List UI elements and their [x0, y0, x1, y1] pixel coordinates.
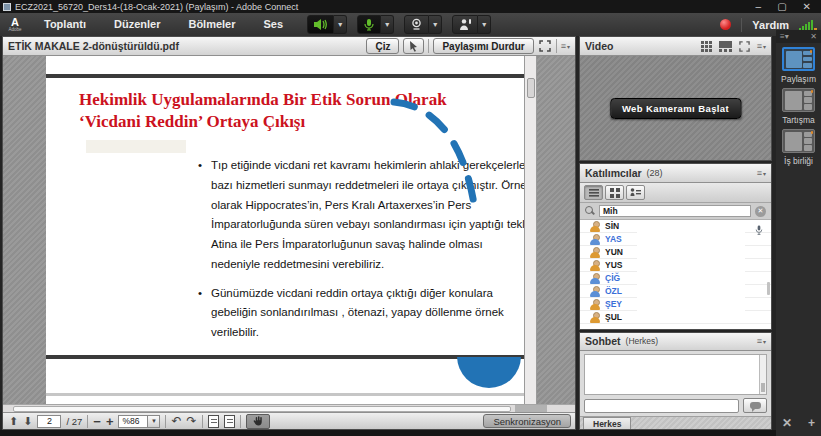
document-viewport[interactable]: Hekimlik Uygulamalarında Bir Etik Sorun … [3, 56, 575, 404]
fit-width-button[interactable] [224, 415, 235, 428]
pan-tool-button[interactable] [246, 414, 270, 429]
participant-name: YUS [605, 260, 622, 270]
raise-hand-icon [458, 18, 472, 31]
chat-scope: (Herkes) [626, 336, 659, 346]
layout-paylasim-thumbnail[interactable] [782, 47, 815, 71]
pane-gap [576, 36, 579, 430]
participant-filter-input[interactable]: Mih [599, 205, 751, 217]
microphone-icon [363, 18, 375, 31]
undo-button[interactable]: ↶ [171, 415, 181, 427]
sync-button[interactable]: Senkronizasyon [483, 414, 571, 428]
list-view-button[interactable] [584, 185, 603, 200]
pointer-button[interactable] [403, 38, 424, 54]
start-webcam-button[interactable]: Web Kameramı Başlat [610, 98, 741, 119]
vertical-scrollbar-thumb[interactable] [527, 78, 535, 98]
next-page-button[interactable]: ⬇ [23, 415, 32, 428]
recording-indicator [720, 19, 731, 30]
close-layout-icon[interactable]: ✕ [782, 416, 792, 430]
slide-decor-dashed-arc [386, 92, 486, 212]
status-view-button[interactable] [626, 185, 645, 200]
chat-tab-everyone[interactable]: Herkes [583, 417, 631, 429]
shared-filename: ETİK MAKALE 2-dönüştürüldü.pdf [8, 40, 179, 52]
chat-input[interactable] [584, 399, 739, 413]
horizontal-scrollbar[interactable] [3, 404, 575, 412]
author-placeholder [86, 140, 186, 153]
divider [202, 415, 203, 428]
chat-scrollbar[interactable] [759, 355, 766, 394]
layouts-minibar: ≡▾ ✕ [776, 30, 821, 43]
grid-view-icon[interactable] [700, 39, 714, 53]
clear-filter-icon[interactable]: ✕ [755, 206, 766, 217]
divider [240, 415, 241, 428]
participant-name: SİN [605, 221, 619, 231]
adobe-logo: AAdobe [0, 13, 30, 36]
microphone-button[interactable] [357, 15, 381, 34]
participants-title: Katılımcılar [585, 167, 642, 179]
page-number-input[interactable]: 2 [37, 415, 61, 428]
participant-list[interactable]: SİN YAS YUN YUS ÇİĞ [580, 220, 771, 329]
participant-name: ŞEY [605, 299, 622, 309]
participants-pod: Katılımcılar (28) ≡▾ Mih ✕ SİN [579, 163, 772, 330]
maximize-button[interactable]: ▢ [777, 0, 786, 13]
connection-signal-icon[interactable] [799, 19, 813, 31]
page-break-line [46, 393, 524, 396]
fullscreen-icon[interactable] [538, 39, 552, 53]
zoom-select[interactable]: %86 ▼ [118, 415, 160, 428]
fit-page-button[interactable] [208, 415, 219, 428]
participant-scrollbar-thumb[interactable] [767, 282, 770, 295]
filmstrip-view-icon[interactable] [719, 39, 733, 53]
vertical-scrollbar[interactable] [524, 56, 537, 404]
chat-message-area[interactable] [584, 354, 767, 395]
menu-duzenler[interactable]: Düzenler [100, 13, 174, 36]
draw-button[interactable]: Çiz [366, 38, 399, 54]
speaker-icon [313, 18, 328, 31]
name-privacy-overlay [637, 220, 745, 318]
pod-menu-icon[interactable]: ≡▾ [757, 169, 766, 178]
stop-sharing-button[interactable]: Paylaşımı Durdur [433, 38, 533, 54]
chat-pod: Sohbet (Herkes) ≡▾ Herkes [579, 332, 772, 430]
divider [165, 415, 166, 428]
webcam-button[interactable] [404, 15, 429, 34]
pod-menu-icon[interactable]: ≡▾ [757, 42, 766, 51]
window-titlebar: ECZ2021_56720_Ders14-(18-Ocak-2021) (Pay… [0, 0, 821, 13]
participant-name: ŞUL [605, 312, 622, 322]
breakout-view-button[interactable] [605, 185, 624, 200]
share-pod: ETİK MAKALE 2-dönüştürüldü.pdf Çiz Payla… [2, 36, 576, 430]
participant-avatar-icon [590, 221, 600, 232]
divider [428, 39, 429, 53]
previous-page-button[interactable]: ⬆ [9, 415, 18, 428]
layouts-close-icon[interactable]: ✕ [810, 32, 817, 41]
close-button[interactable]: ✕ [803, 0, 811, 13]
fullscreen-icon[interactable] [738, 39, 752, 53]
menu-toplanti[interactable]: Toplantı [30, 13, 100, 36]
participant-name: YUN [605, 247, 623, 257]
microphone-dropdown[interactable]: ▼ [381, 15, 394, 34]
zoom-in-button[interactable]: + [106, 415, 114, 428]
layouts-menu-icon[interactable]: ≡▾ [780, 32, 789, 41]
zoom-out-button[interactable]: − [93, 415, 101, 428]
add-layout-icon[interactable]: + [808, 416, 815, 430]
redo-button[interactable]: ↷ [187, 415, 197, 427]
layout-tartisma-thumbnail[interactable] [782, 88, 815, 112]
window-title: ECZ2021_56720_Ders14-(18-Ocak-2021) (Pay… [15, 2, 298, 12]
pod-menu-icon[interactable]: ≡▾ [561, 42, 570, 51]
send-message-button[interactable] [743, 398, 767, 413]
speaker-button[interactable] [307, 15, 334, 34]
chevron-down-icon[interactable]: ▼ [148, 415, 160, 428]
minimize-button[interactable]: – [756, 0, 762, 13]
participants-count: (28) [647, 168, 663, 178]
help-menu[interactable]: Yardım [752, 19, 789, 31]
webcam-dropdown[interactable]: ▼ [429, 15, 442, 34]
raise-hand-button[interactable] [452, 15, 478, 34]
menu-ses[interactable]: Ses [250, 13, 298, 36]
divider [87, 415, 88, 428]
chat-input-row [580, 395, 771, 416]
participant-name: ÖZL [605, 286, 622, 296]
menu-bolmeler[interactable]: Bölmeler [174, 13, 249, 36]
menubar: AAdobe Toplantı Düzenler Bölmeler Ses ▼ … [0, 13, 821, 36]
participant-avatar-icon [590, 299, 600, 310]
layout-isbirligi-thumbnail[interactable] [782, 129, 815, 153]
speaker-dropdown[interactable]: ▼ [334, 15, 347, 34]
raise-hand-dropdown[interactable]: ▼ [478, 15, 491, 34]
pod-menu-icon[interactable]: ≡▾ [757, 337, 766, 346]
